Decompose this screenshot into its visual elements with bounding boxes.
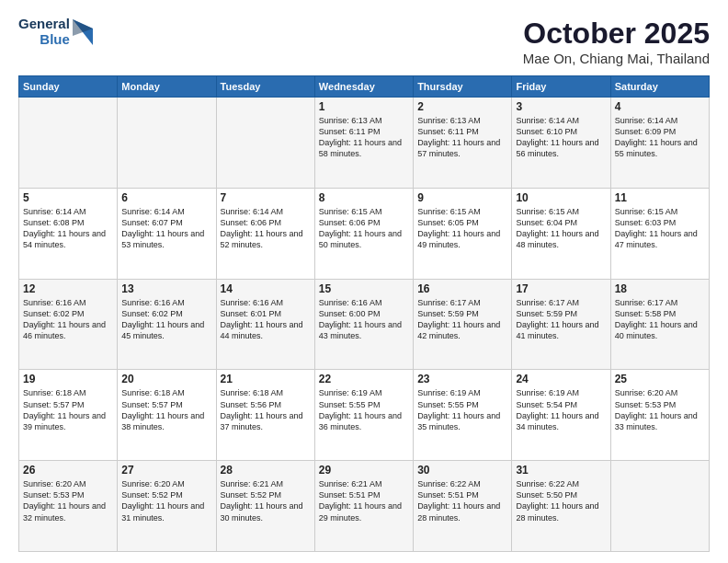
logo-icon — [73, 19, 93, 45]
day-info: Sunrise: 6:13 AM Sunset: 6:11 PM Dayligh… — [319, 115, 409, 160]
day-info: Sunrise: 6:20 AM Sunset: 5:53 PM Dayligh… — [23, 478, 113, 523]
day-number: 11 — [615, 191, 705, 204]
day-number: 13 — [121, 282, 211, 295]
day-number: 27 — [121, 464, 211, 477]
calendar-cell: 15Sunrise: 6:16 AM Sunset: 6:00 PM Dayli… — [314, 279, 413, 370]
day-info: Sunrise: 6:16 AM Sunset: 6:02 PM Dayligh… — [121, 297, 211, 342]
day-info: Sunrise: 6:18 AM Sunset: 5:57 PM Dayligh… — [121, 387, 211, 432]
day-info: Sunrise: 6:15 AM Sunset: 6:03 PM Dayligh… — [615, 206, 705, 251]
calendar-cell: 6Sunrise: 6:14 AM Sunset: 6:07 PM Daylig… — [118, 188, 216, 279]
day-info: Sunrise: 6:21 AM Sunset: 5:52 PM Dayligh… — [221, 478, 311, 523]
location-label: Mae On, Chiang Mai, Thailand — [523, 51, 710, 66]
logo-blue: Blue — [40, 32, 70, 48]
day-info: Sunrise: 6:16 AM Sunset: 6:00 PM Dayligh… — [319, 297, 409, 342]
day-number: 18 — [615, 282, 705, 295]
day-info: Sunrise: 6:16 AM Sunset: 6:01 PM Dayligh… — [221, 297, 311, 342]
page: General Blue October 2025 Mae On, Chiang… — [0, 0, 728, 563]
header: General Blue October 2025 Mae On, Chiang… — [18, 17, 710, 66]
day-info: Sunrise: 6:15 AM Sunset: 6:06 PM Dayligh… — [319, 206, 409, 251]
day-number: 12 — [23, 282, 113, 295]
day-info: Sunrise: 6:19 AM Sunset: 5:55 PM Dayligh… — [417, 387, 507, 432]
calendar-cell: 7Sunrise: 6:14 AM Sunset: 6:06 PM Daylig… — [216, 188, 314, 279]
day-info: Sunrise: 6:14 AM Sunset: 6:07 PM Dayligh… — [121, 206, 211, 251]
day-number: 25 — [615, 373, 705, 385]
calendar-week-row: 26Sunrise: 6:20 AM Sunset: 5:53 PM Dayli… — [19, 461, 710, 552]
calendar-cell — [19, 98, 118, 189]
title-block: October 2025 Mae On, Chiang Mai, Thailan… — [523, 17, 710, 66]
day-info: Sunrise: 6:14 AM Sunset: 6:10 PM Dayligh… — [516, 115, 606, 160]
day-number: 31 — [516, 464, 606, 477]
calendar-header-saturday: Saturday — [610, 76, 709, 98]
day-number: 14 — [221, 282, 311, 295]
day-info: Sunrise: 6:15 AM Sunset: 6:04 PM Dayligh… — [516, 206, 606, 251]
calendar-cell: 18Sunrise: 6:17 AM Sunset: 5:58 PM Dayli… — [610, 279, 709, 370]
calendar-cell: 5Sunrise: 6:14 AM Sunset: 6:08 PM Daylig… — [19, 188, 118, 279]
day-number: 3 — [516, 100, 606, 113]
calendar-cell — [610, 461, 709, 552]
day-number: 6 — [121, 191, 211, 204]
calendar-cell: 11Sunrise: 6:15 AM Sunset: 6:03 PM Dayli… — [610, 188, 709, 279]
day-number: 23 — [417, 373, 507, 385]
calendar-cell: 8Sunrise: 6:15 AM Sunset: 6:06 PM Daylig… — [314, 188, 413, 279]
calendar-cell: 25Sunrise: 6:20 AM Sunset: 5:53 PM Dayli… — [610, 370, 709, 461]
day-number: 26 — [23, 464, 113, 477]
day-number: 5 — [23, 191, 113, 204]
calendar-header-thursday: Thursday — [414, 76, 512, 98]
day-info: Sunrise: 6:13 AM Sunset: 6:11 PM Dayligh… — [417, 115, 507, 160]
calendar-cell: 29Sunrise: 6:21 AM Sunset: 5:51 PM Dayli… — [314, 461, 413, 552]
calendar-cell: 17Sunrise: 6:17 AM Sunset: 5:59 PM Dayli… — [512, 279, 610, 370]
day-number: 1 — [319, 100, 409, 113]
logo-general: General — [18, 17, 70, 32]
day-number: 24 — [516, 373, 606, 385]
calendar-week-row: 12Sunrise: 6:16 AM Sunset: 6:02 PM Dayli… — [19, 279, 710, 370]
day-info: Sunrise: 6:22 AM Sunset: 5:51 PM Dayligh… — [417, 478, 507, 523]
calendar-cell: 1Sunrise: 6:13 AM Sunset: 6:11 PM Daylig… — [314, 98, 413, 189]
calendar-cell — [216, 98, 314, 189]
calendar-cell: 22Sunrise: 6:19 AM Sunset: 5:55 PM Dayli… — [314, 370, 413, 461]
day-info: Sunrise: 6:17 AM Sunset: 5:59 PM Dayligh… — [516, 297, 606, 342]
day-number: 2 — [417, 100, 507, 113]
day-info: Sunrise: 6:18 AM Sunset: 5:56 PM Dayligh… — [221, 387, 311, 432]
day-number: 15 — [319, 282, 409, 295]
calendar-header-monday: Monday — [118, 76, 216, 98]
day-number: 29 — [319, 464, 409, 477]
calendar-table: SundayMondayTuesdayWednesdayThursdayFrid… — [18, 75, 710, 552]
calendar-cell: 10Sunrise: 6:15 AM Sunset: 6:04 PM Dayli… — [512, 188, 610, 279]
day-info: Sunrise: 6:14 AM Sunset: 6:09 PM Dayligh… — [615, 115, 705, 160]
day-info: Sunrise: 6:18 AM Sunset: 5:57 PM Dayligh… — [23, 387, 113, 432]
calendar-cell: 19Sunrise: 6:18 AM Sunset: 5:57 PM Dayli… — [19, 370, 118, 461]
day-number: 10 — [516, 191, 606, 204]
calendar-cell: 3Sunrise: 6:14 AM Sunset: 6:10 PM Daylig… — [512, 98, 610, 189]
calendar-header-row: SundayMondayTuesdayWednesdayThursdayFrid… — [19, 76, 710, 98]
day-info: Sunrise: 6:16 AM Sunset: 6:02 PM Dayligh… — [23, 297, 113, 342]
calendar-header-wednesday: Wednesday — [314, 76, 413, 98]
calendar-cell: 13Sunrise: 6:16 AM Sunset: 6:02 PM Dayli… — [118, 279, 216, 370]
calendar-cell: 24Sunrise: 6:19 AM Sunset: 5:54 PM Dayli… — [512, 370, 610, 461]
day-number: 21 — [221, 373, 311, 385]
day-info: Sunrise: 6:14 AM Sunset: 6:06 PM Dayligh… — [221, 206, 311, 251]
calendar-header-tuesday: Tuesday — [216, 76, 314, 98]
calendar-cell: 14Sunrise: 6:16 AM Sunset: 6:01 PM Dayli… — [216, 279, 314, 370]
calendar-cell: 12Sunrise: 6:16 AM Sunset: 6:02 PM Dayli… — [19, 279, 118, 370]
day-number: 4 — [615, 100, 705, 113]
day-info: Sunrise: 6:15 AM Sunset: 6:05 PM Dayligh… — [417, 206, 507, 251]
day-info: Sunrise: 6:14 AM Sunset: 6:08 PM Dayligh… — [23, 206, 113, 251]
calendar-cell: 2Sunrise: 6:13 AM Sunset: 6:11 PM Daylig… — [414, 98, 512, 189]
page-title: October 2025 — [523, 17, 710, 51]
calendar-cell: 31Sunrise: 6:22 AM Sunset: 5:50 PM Dayli… — [512, 461, 610, 552]
day-number: 17 — [516, 282, 606, 295]
calendar-cell: 20Sunrise: 6:18 AM Sunset: 5:57 PM Dayli… — [118, 370, 216, 461]
logo: General Blue — [18, 17, 93, 47]
day-number: 30 — [417, 464, 507, 477]
calendar-cell: 30Sunrise: 6:22 AM Sunset: 5:51 PM Dayli… — [414, 461, 512, 552]
day-number: 20 — [121, 373, 211, 385]
day-info: Sunrise: 6:17 AM Sunset: 5:58 PM Dayligh… — [615, 297, 705, 342]
calendar-cell: 4Sunrise: 6:14 AM Sunset: 6:09 PM Daylig… — [610, 98, 709, 189]
calendar-cell — [118, 98, 216, 189]
day-number: 28 — [221, 464, 311, 477]
calendar-cell: 27Sunrise: 6:20 AM Sunset: 5:52 PM Dayli… — [118, 461, 216, 552]
day-info: Sunrise: 6:19 AM Sunset: 5:54 PM Dayligh… — [516, 387, 606, 432]
day-number: 7 — [221, 191, 311, 204]
day-info: Sunrise: 6:17 AM Sunset: 5:59 PM Dayligh… — [417, 297, 507, 342]
day-number: 9 — [417, 191, 507, 204]
